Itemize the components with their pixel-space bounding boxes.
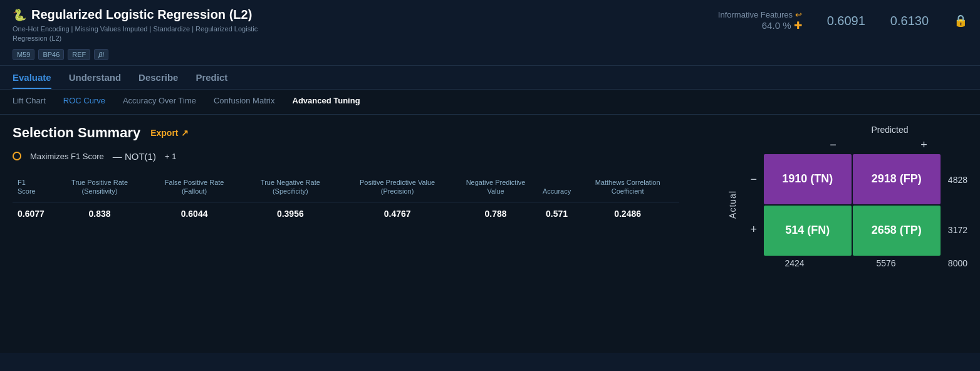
export-icon: ↗ — [181, 128, 189, 138]
col-header-accuracy: Accuracy — [538, 174, 576, 202]
subtab-confusion-matrix[interactable]: Confusion Matrix — [214, 96, 275, 108]
matrix-row-totals: 4828 3172 — [943, 155, 967, 255]
cell-tp: 2658 (TP) — [853, 206, 941, 256]
metrics-table: F1 Score True Positive Rate (Sensitivity… — [13, 174, 679, 226]
tag-ref: REF — [68, 49, 90, 60]
left-panel: Selection Summary Export ↗ Maximizes F1 … — [13, 125, 679, 343]
col-header-mcc: Matthews Correlation Coefficient — [576, 174, 679, 202]
informative-features-label: Informative Features ↩ — [718, 10, 802, 19]
val-tnr: 0.3956 — [240, 202, 341, 226]
threshold-not: — NOT(1) — [113, 151, 156, 162]
selection-summary-header: Selection Summary Export ↗ — [13, 125, 679, 141]
col-header-npv: Negative Predictive Value — [454, 174, 538, 202]
col-header-tpr: True Positive Rate (Sensitivity) — [50, 174, 149, 202]
sub-tabs: Lift Chart ROC Curve Accuracy Over Time … — [0, 90, 980, 115]
col-header-tnr: True Negative Rate (Specificity) — [240, 174, 341, 202]
model-subtitle: One-Hot Encoding | Missing Values Impute… — [13, 24, 263, 44]
val-fpr: 0.6044 — [149, 202, 240, 226]
cell-fp: 2918 (FP) — [853, 154, 941, 204]
predicted-label: Predicted — [790, 125, 980, 135]
cell-fn: 514 (FN) — [764, 206, 852, 256]
tag-bp46: BP46 — [38, 49, 64, 60]
tag-m59: M59 — [13, 49, 34, 60]
metric2-value: 0.6130 — [890, 14, 929, 28]
col-header-f1: F1 Score — [13, 174, 50, 202]
informative-features-pct: 64.0 % ✚ — [762, 19, 802, 31]
matrix-row-neg: 1910 (TN) 2918 (FP) — [764, 154, 941, 204]
export-button[interactable]: Export ↗ — [150, 128, 188, 138]
threshold-plus: + 1 — [165, 152, 176, 161]
right-panel: Predicted − + Actual − + — [679, 125, 967, 343]
val-npv: 0.788 — [454, 202, 538, 226]
cell-tn: 1910 (TN) — [764, 154, 852, 204]
header: 🐍 Regularized Logistic Regression (L2) O… — [0, 0, 980, 66]
grand-total: 8000 — [930, 258, 967, 268]
actual-neg-sign: − — [746, 155, 761, 205]
model-title: 🐍 Regularized Logistic Regression (L2) — [13, 8, 263, 22]
col-header-ppv: Positive Predictive Value (Precision) — [341, 174, 454, 202]
row-total-pos: 3172 — [943, 205, 967, 255]
predicted-header: Predicted − + — [790, 125, 967, 152]
val-ppv: 0.4767 — [341, 202, 454, 226]
tab-understand[interactable]: Understand — [69, 72, 121, 89]
val-accuracy: 0.571 — [538, 202, 576, 226]
actual-signs-col: − + — [746, 155, 761, 255]
header-metrics: Informative Features ↩ 64.0 % ✚ 0.6091 0… — [718, 8, 967, 31]
subtab-roc-curve[interactable]: ROC Curve — [63, 96, 105, 108]
python-icon: 🐍 — [13, 8, 26, 22]
nav-tabs: Evaluate Understand Describe Predict — [0, 66, 980, 90]
threshold-label: Maximizes F1 Score — [30, 152, 104, 161]
threshold-row: Maximizes F1 Score — NOT(1) + 1 — [13, 151, 679, 162]
val-tpr: 0.838 — [50, 202, 149, 226]
metric1-value: 0.6091 — [827, 14, 865, 28]
informative-features: Informative Features ↩ 64.0 % ✚ — [718, 10, 802, 31]
header-title-area: 🐍 Regularized Logistic Regression (L2) O… — [13, 8, 263, 60]
subtab-accuracy-over-time[interactable]: Accuracy Over Time — [123, 96, 196, 108]
subtab-lift-chart[interactable]: Lift Chart — [13, 96, 46, 108]
tab-evaluate[interactable]: Evaluate — [13, 72, 51, 89]
actual-label-col: Actual — [721, 191, 744, 219]
header-top: 🐍 Regularized Logistic Regression (L2) O… — [13, 8, 967, 60]
row-total-neg: 4828 — [943, 155, 967, 205]
matrix-body: Actual − + 1910 (TN) 2918 (FP) 514 (FN) … — [721, 154, 967, 256]
actual-pos-sign: + — [746, 205, 761, 255]
network-icon: ↩ — [795, 10, 802, 19]
col-total-neg: 2424 — [751, 258, 838, 268]
val-mcc: 0.2486 — [576, 202, 679, 226]
lock-icon: 🔒 — [954, 14, 967, 28]
tag-beta: βi — [94, 49, 108, 60]
col-total-pos: 5576 — [842, 258, 930, 268]
tab-describe[interactable]: Describe — [138, 72, 178, 89]
val-f1: 0.6077 — [13, 202, 50, 226]
predicted-pos-label: + — [880, 138, 967, 152]
plus-icon[interactable]: ✚ — [794, 20, 802, 31]
subtab-advanced-tuning[interactable]: Advanced Tuning — [293, 96, 360, 108]
matrix-grid: 1910 (TN) 2918 (FP) 514 (FN) 2658 (TP) — [764, 154, 941, 256]
selection-summary-title: Selection Summary — [13, 125, 140, 141]
confusion-matrix: Predicted − + Actual − + — [692, 125, 967, 268]
main-content: Selection Summary Export ↗ Maximizes F1 … — [0, 115, 980, 353]
matrix-row-pos: 514 (FN) 2658 (TP) — [764, 206, 941, 256]
predicted-neg-label: − — [790, 138, 877, 152]
threshold-circle-icon — [13, 152, 21, 160]
actual-label: Actual — [727, 191, 738, 219]
tab-predict[interactable]: Predict — [195, 72, 227, 89]
header-tags: M59 BP46 REF βi — [13, 49, 263, 60]
col-header-fpr: False Positive Rate (Fallout) — [149, 174, 240, 202]
col-totals-row: 2424 5576 8000 — [751, 258, 967, 268]
metrics-row: 0.6077 0.838 0.6044 0.3956 0.4767 0.788 … — [13, 202, 679, 226]
